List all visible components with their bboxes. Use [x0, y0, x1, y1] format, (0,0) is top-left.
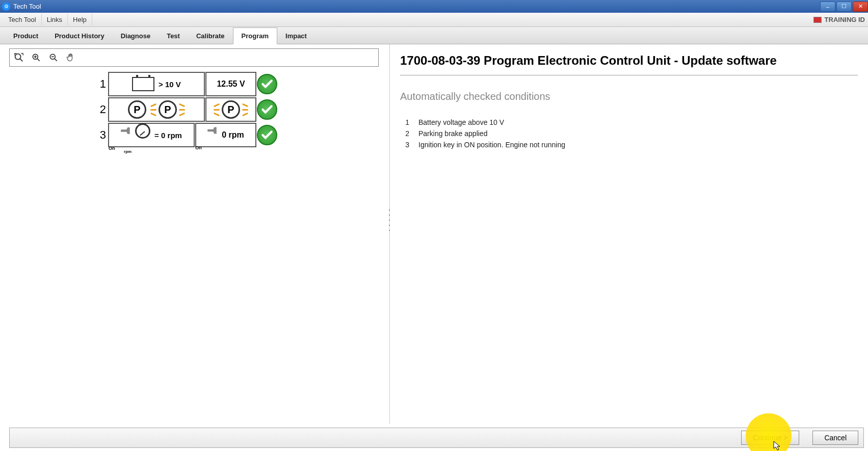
close-button[interactable]: ✕	[853, 2, 868, 12]
parking-brake-amber-icon: P	[159, 100, 177, 119]
minimize-button[interactable]: –	[820, 2, 835, 12]
tab-calibrate[interactable]: Calibrate	[188, 28, 233, 44]
on-label: On	[195, 145, 202, 150]
check-ok-icon	[257, 74, 277, 94]
list-item: 2 Parking brake applied	[400, 128, 858, 139]
condition-value-box: On 0 rpm	[195, 123, 256, 147]
on-label: On	[109, 146, 115, 151]
page-title: 1700-08-03-39 Program Electronic Control…	[400, 54, 858, 75]
svg-line-7	[55, 59, 57, 61]
condition-value-box: 12.55 V	[205, 72, 256, 96]
item-number: 3	[400, 141, 409, 149]
requirement-text: > 10 V	[159, 80, 181, 89]
list-item: 1 Battery voltage above 10 V	[400, 117, 858, 128]
training-icon	[813, 17, 822, 23]
condition-row-2: 2 P P P	[92, 97, 389, 122]
rpm-label: rpm	[124, 149, 131, 154]
diagram-toolbar	[9, 48, 379, 67]
item-text: Parking brake applied	[418, 129, 487, 138]
pan-hand-icon[interactable]	[65, 51, 77, 64]
condition-number: 2	[92, 103, 106, 116]
title-bar: ⚙ Tech Tool – ☐ ✕	[0, 0, 868, 13]
right-pane: 1700-08-03-39 Program Electronic Control…	[390, 44, 868, 424]
menu-bar: Tech Tool Links Help TRAINING ID	[0, 13, 868, 27]
menu-tech-tool[interactable]: Tech Tool	[3, 14, 42, 25]
condition-requirement-box: P P	[108, 97, 205, 122]
footer-bar: Continue > Cancel	[9, 428, 864, 448]
conditions-list: 1 Battery voltage above 10 V 2 Parking b…	[400, 117, 858, 150]
zoom-in-icon[interactable]	[30, 51, 42, 64]
maximize-button[interactable]: ☐	[836, 2, 852, 12]
svg-line-3	[37, 59, 40, 61]
window-controls: – ☐ ✕	[819, 2, 868, 12]
app-icon: ⚙	[2, 3, 10, 11]
check-ok-icon	[257, 99, 277, 120]
requirement-text: = 0 rpm	[154, 131, 182, 140]
continue-button[interactable]: Continue >	[741, 431, 799, 445]
item-text: Ignition key in ON position. Engine not …	[418, 141, 565, 149]
rpm-gauge-icon	[135, 123, 150, 139]
condition-requirement-box: On rpm = 0 rpm	[108, 123, 195, 147]
value-text: 0 rpm	[222, 130, 244, 140]
menu-links[interactable]: Links	[42, 14, 68, 25]
condition-row-3: 3 On rpm = 0 rpm	[92, 123, 389, 147]
section-subtitle: Automatically checked conditions	[400, 91, 858, 102]
check-ok-icon	[257, 125, 277, 145]
value-text: 12.55 V	[217, 79, 245, 89]
menu-help[interactable]: Help	[68, 14, 92, 25]
splitter-handle[interactable]	[387, 207, 391, 233]
condition-number: 1	[92, 77, 106, 91]
content-area: 1 > 10 V 12.55 V 2 P	[0, 44, 868, 424]
tab-program[interactable]: Program	[233, 28, 277, 44]
condition-value-box: P	[205, 97, 256, 122]
parking-brake-amber-icon: P	[222, 100, 240, 119]
window-title: Tech Tool	[13, 3, 819, 10]
condition-row-1: 1 > 10 V 12.55 V	[92, 72, 389, 96]
cancel-button[interactable]: Cancel	[812, 431, 858, 445]
tab-product[interactable]: Product	[5, 28, 46, 44]
tab-test[interactable]: Test	[159, 28, 188, 44]
ignition-key-icon	[121, 125, 132, 137]
zoom-fit-icon[interactable]	[13, 51, 25, 64]
tab-product-history[interactable]: Product History	[46, 28, 113, 44]
ignition-key-icon	[207, 125, 219, 136]
condition-requirement-box: > 10 V	[108, 72, 205, 96]
tab-bar: Product Product History Diagnose Test Ca…	[0, 27, 868, 44]
training-indicator: TRAINING ID	[813, 16, 865, 23]
conditions-diagram: 1 > 10 V 12.55 V 2 P	[92, 72, 389, 147]
svg-line-1	[20, 59, 23, 62]
tab-impact[interactable]: Impact	[277, 28, 315, 44]
item-text: Battery voltage above 10 V	[418, 118, 504, 126]
battery-icon	[132, 77, 154, 91]
item-number: 2	[400, 129, 409, 138]
left-pane: 1 > 10 V 12.55 V 2 P	[0, 44, 390, 424]
training-label: TRAINING ID	[825, 16, 865, 23]
parking-brake-icon: P	[128, 100, 146, 119]
item-number: 1	[400, 118, 409, 126]
zoom-out-icon[interactable]	[47, 51, 60, 64]
condition-number: 3	[92, 128, 106, 142]
tab-diagnose[interactable]: Diagnose	[113, 28, 159, 44]
list-item: 3 Ignition key in ON position. Engine no…	[400, 139, 858, 150]
